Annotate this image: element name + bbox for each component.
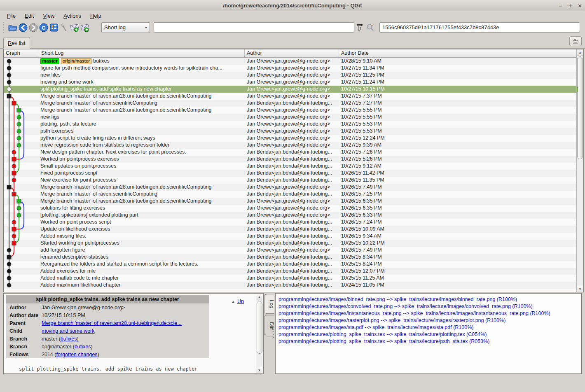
commit-row[interactable]: masterorigin/masterbufixesJan Grewe<jan.…	[4, 58, 576, 65]
commit-row[interactable]: new figsJan Grewe<jan.grewe@g-node.org>1…	[4, 114, 576, 121]
menu-actions[interactable]: Actions	[60, 12, 85, 19]
forward-button[interactable]	[28, 22, 38, 33]
tab-rev-list[interactable]: Rev list	[3, 37, 30, 49]
commit-row[interactable]: Small updates on pointprocessesJan Benda…	[4, 163, 576, 170]
scrollbar-thumb[interactable]	[577, 56, 583, 159]
sha-input[interactable]	[379, 22, 580, 33]
rev-list-scrollbar[interactable]: ▲ ▼	[576, 49, 583, 292]
file-entry[interactable]: programming/lectures/images/binned_rate.…	[278, 296, 581, 303]
detail-row-child: Childmoving and some work	[6, 327, 209, 335]
commit-author: Jan Benda<jan.benda@uni-tuebing...	[245, 100, 339, 107]
column-header-short-log[interactable]: Short Log	[39, 49, 245, 57]
commit-row[interactable]: Added exercises for mleJan Benda<jan.ben…	[4, 268, 576, 275]
commit-row[interactable]: Merge branch 'master' of raven.am28.uni-…	[4, 107, 576, 114]
save-patch-button[interactable]	[69, 22, 80, 33]
file-entry[interactable]: programming/lectures/images/instantaneou…	[278, 310, 581, 317]
menu-view[interactable]: View	[39, 12, 58, 19]
detail-link[interactable]: forgotten changes	[56, 352, 97, 357]
back-button[interactable]	[18, 22, 28, 33]
file-entry[interactable]: programming/lectures/images/rasterplot.p…	[278, 317, 581, 324]
commit-row[interactable]: Merge branch 'master' of raven.am28.uni-…	[4, 93, 576, 100]
scroll-down-icon[interactable]: ▼	[577, 286, 583, 292]
detail-label: Follows	[6, 352, 42, 357]
commit-row[interactable]: Reorganized the folders and started a co…	[4, 261, 576, 268]
commit-row[interactable]: psth exercisesJan Grewe<jan.grewe@g-node…	[4, 128, 576, 135]
commit-row[interactable]: add forgotten figureJan Grewe<jan.grewe@…	[4, 247, 576, 254]
commit-row[interactable]: Update on likelihood exercisesJan Benda<…	[4, 226, 576, 233]
commit-row[interactable]: Added matlab code to mle chapterJan Bend…	[4, 275, 576, 282]
commit-author: Jan Grewe<jan.grewe@g-node.org>	[245, 114, 339, 121]
commit-row[interactable]: [plotting, spiketrains] extended plottin…	[4, 212, 576, 219]
commit-row[interactable]: Merge branch 'master' of raven.am28.uni-…	[4, 198, 576, 205]
close-button[interactable]: ×	[578, 2, 582, 9]
commit-row[interactable]: split plotting_spike trains. add spike t…	[4, 86, 576, 93]
menu-edit[interactable]: Edit	[21, 12, 37, 19]
detail-row-follows: Follows2014 (forgotten changes)	[6, 350, 209, 358]
commit-date: 10/26/15 11:35 PM	[339, 177, 576, 184]
commit-row[interactable]: move regression code from statistics to …	[4, 142, 576, 149]
scroll-up-icon[interactable]: ▲	[256, 294, 262, 300]
commit-row[interactable]: Worked on point process scriptJan Benda<…	[4, 219, 576, 226]
commit-subject: Added exercises for mle	[39, 268, 245, 275]
commit-row[interactable]: moving and some workJan Grewe<jan.grewe@…	[4, 79, 576, 86]
commit-row[interactable]: Fixed pointprocess scriptJan Benda<jan.b…	[4, 170, 576, 177]
filter-input[interactable]	[154, 22, 354, 33]
filter-highlight-button[interactable]	[354, 22, 365, 33]
commit-row[interactable]: Added missing files.Jan Benda<jan.benda@…	[4, 233, 576, 240]
commit-row[interactable]: new filesJan Grewe<jan.grewe@g-node.org>…	[4, 72, 576, 79]
file-entry[interactable]: programming/lectures/images/sta.pdf --> …	[278, 324, 581, 331]
graph-cell	[4, 163, 39, 170]
file-entry[interactable]: programming/lectures/plotting_spike_trai…	[278, 338, 581, 345]
detail-link[interactable]: bufixes	[75, 344, 91, 350]
commit-date: 10/28/15 9:10 AM	[339, 58, 576, 65]
menu-file[interactable]: File	[3, 12, 19, 19]
commit-date: 10/27/15 7:37 PM	[339, 93, 576, 100]
commit-row[interactable]: python script to create firing rates in …	[4, 135, 576, 142]
commit-row[interactable]: Merge branch 'master' of raven:scientifi…	[4, 191, 576, 198]
window-titlebar: /home/grewe/teaching/2014/scientificComp…	[0, 0, 585, 11]
reload-button[interactable]: G	[38, 22, 49, 33]
commit-row[interactable]: plotting, psth, sta lectureJan Grewe<jan…	[4, 121, 576, 128]
column-header-author[interactable]: Author	[245, 49, 339, 57]
up-link[interactable]: Up	[237, 299, 244, 304]
column-header-graph[interactable]: Graph	[4, 49, 39, 57]
minimize-button[interactable]: –	[559, 2, 562, 9]
file-entry[interactable]: programming/lectures/plotting_spike_trai…	[278, 331, 581, 338]
side-tab-log[interactable]: Log	[264, 294, 274, 314]
close-tab-button[interactable]	[569, 36, 582, 46]
commit-row[interactable]: Started working on pointprocessesJan Ben…	[4, 240, 576, 247]
scroll-up-icon[interactable]: ▲	[577, 49, 583, 56]
toolbar-handle[interactable]	[3, 22, 6, 33]
commit-row[interactable]: renamed descriptive-statisticsJan Benda<…	[4, 254, 576, 261]
detail-link[interactable]: moving and some work	[42, 328, 95, 334]
column-header-author-date[interactable]: Author Date	[339, 49, 576, 57]
commit-subject: psth exercises	[39, 128, 245, 135]
commit-row[interactable]: New exercise for point processesJan Bend…	[4, 177, 576, 184]
commit-row[interactable]: Merge branch 'master' of raven.am28.uni-…	[4, 184, 576, 191]
commit-row[interactable]: Added maximum likelihood chapterJan Bend…	[4, 282, 576, 289]
details-scrollbar[interactable]: ▲ ▼	[256, 294, 262, 373]
commit-row[interactable]: figure for psth method comparsion, some …	[4, 65, 576, 72]
scrollbar-thumb[interactable]	[257, 301, 262, 354]
commit-date: 10/25/15 8:24 PM	[339, 261, 576, 268]
view-button[interactable]	[49, 22, 59, 33]
apply-patch-button[interactable]	[80, 22, 90, 33]
file-entry[interactable]: programming/lectures/images/convolved_ra…	[278, 303, 581, 310]
search-icon	[366, 23, 374, 32]
commit-author: Jan Benda<jan.benda@uni-tuebing...	[245, 191, 339, 198]
splitter-handle[interactable]	[273, 329, 274, 338]
log-view-select[interactable]: Short log ▾	[101, 22, 150, 33]
commit-row[interactable]: Worked on pointprocess exercisesJan Bend…	[4, 156, 576, 163]
open-repo-button[interactable]	[7, 22, 18, 33]
detail-link[interactable]: bufixes	[61, 336, 77, 342]
menu-help[interactable]: Help	[87, 12, 105, 19]
commit-row[interactable]: New design pattern chapter. Next exercis…	[4, 149, 576, 156]
commit-subject: figure for psth method comparsion, some …	[39, 65, 245, 72]
maximize-button[interactable]: +	[568, 2, 572, 9]
detail-link[interactable]: Merge branch 'master' of raven.am28.uni-…	[42, 320, 182, 326]
scroll-down-icon[interactable]: ▼	[256, 367, 262, 373]
commit-row[interactable]: solutions for fitting exercisesJan Grewe…	[4, 205, 576, 212]
find-button[interactable]	[365, 22, 376, 33]
commit-row[interactable]: Merge branch 'master' of raven:scientifi…	[4, 100, 576, 107]
pick-button[interactable]	[59, 22, 69, 33]
